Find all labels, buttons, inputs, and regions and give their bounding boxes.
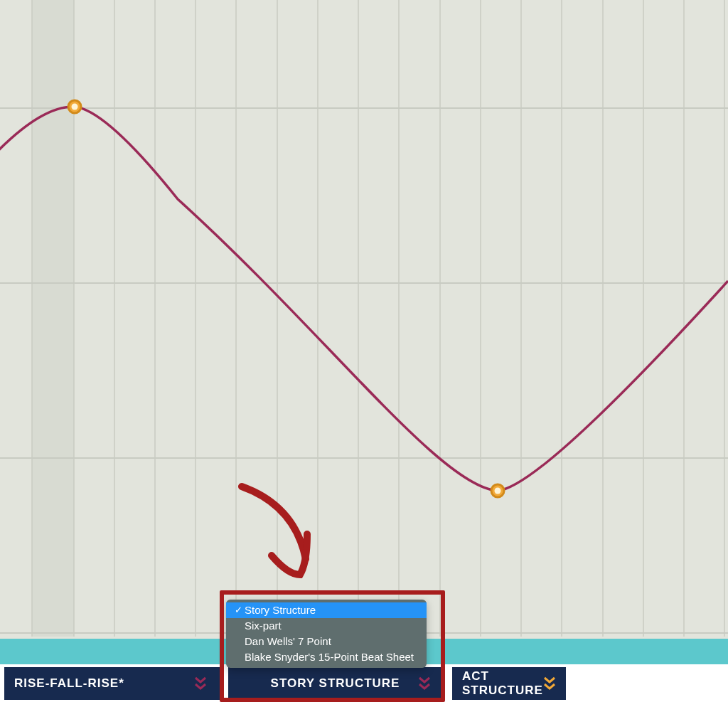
shape-selector-label: Rise-Fall-Rise* [14,676,194,691]
chart-grid [0,0,728,637]
chart-svg [0,0,728,637]
shape-selector-button[interactable]: Rise-Fall-Rise* [4,667,220,700]
dropdown-option-label: Story Structure [245,602,316,618]
story-structure-dropdown-menu[interactable]: ✓ Story Structure Six-part Dan Wells' 7 … [226,600,427,668]
svg-rect-0 [32,0,74,637]
check-icon: ✓ [232,602,245,618]
dropdown-option-dan-wells[interactable]: Dan Wells' 7 Point [226,634,427,649]
story-line-chart [0,0,728,637]
act-structure-selector-button[interactable]: Act Structure [452,667,566,700]
chart-marker-peak[interactable] [72,104,78,110]
chart-marker-trough[interactable] [495,488,501,494]
act-structure-selector-label: Act Structure [462,669,543,698]
story-structure-selector-button[interactable]: Story Structure [228,667,444,700]
dropdown-option-six-part[interactable]: Six-part [226,618,427,634]
chevron-down-icon [418,675,431,692]
dropdown-option-label: Six-part [245,618,282,634]
dropdown-option-label: Blake Snyder's 15-Point Beat Sheet [245,649,414,665]
bottom-toolbar: Rise-Fall-Rise* Story Structure Act Stru… [0,664,728,702]
dropdown-option-blake-snyder[interactable]: Blake Snyder's 15-Point Beat Sheet [226,649,427,665]
chart-line [0,107,728,491]
story-structure-selector-label: Story Structure [238,676,418,691]
dropdown-option-story-structure[interactable]: ✓ Story Structure [226,602,427,618]
chevron-down-icon [543,675,556,692]
chevron-down-icon [194,675,207,692]
dropdown-option-label: Dan Wells' 7 Point [245,634,331,649]
